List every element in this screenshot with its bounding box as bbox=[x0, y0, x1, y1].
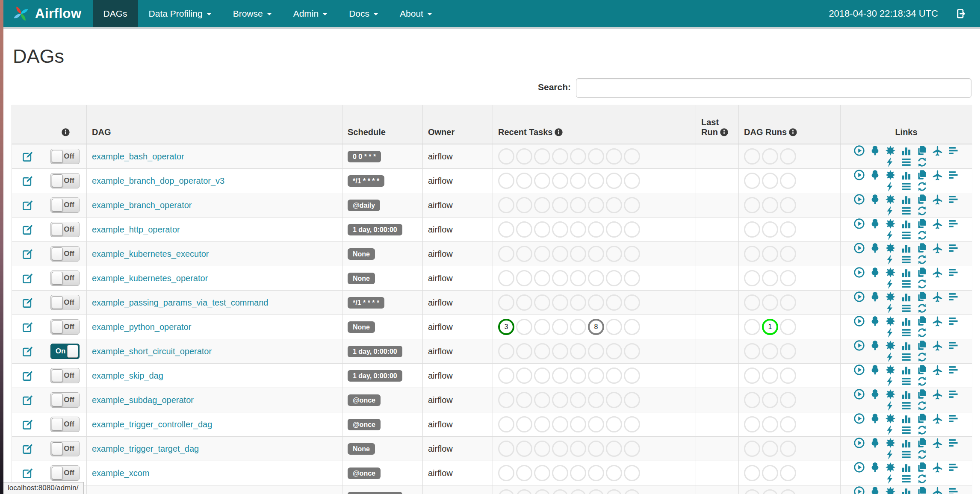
graph-view-icon[interactable] bbox=[885, 194, 896, 205]
dag-toggle[interactable]: Off bbox=[50, 173, 80, 188]
trigger-dag-icon[interactable] bbox=[853, 340, 865, 351]
task-tries-icon[interactable] bbox=[916, 413, 928, 424]
trigger-dag-icon[interactable] bbox=[853, 413, 865, 424]
dag-link[interactable]: example_trigger_target_dag bbox=[92, 444, 199, 453]
landing-times-icon[interactable] bbox=[932, 364, 943, 376]
landing-times-icon[interactable] bbox=[932, 315, 943, 327]
dag-toggle[interactable]: Off bbox=[50, 197, 80, 213]
landing-times-icon[interactable] bbox=[932, 218, 943, 229]
landing-times-icon[interactable] bbox=[932, 413, 943, 424]
refresh-icon[interactable] bbox=[916, 303, 928, 314]
refresh-icon[interactable] bbox=[916, 278, 928, 290]
refresh-icon[interactable] bbox=[916, 424, 928, 436]
tasks-duration-icon[interactable] bbox=[900, 413, 912, 424]
edit-dag-icon[interactable] bbox=[22, 175, 33, 187]
edit-dag-icon[interactable] bbox=[22, 468, 33, 479]
refresh-icon[interactable] bbox=[916, 376, 928, 387]
task-tries-icon[interactable] bbox=[916, 462, 928, 473]
edit-dag-icon[interactable] bbox=[22, 346, 33, 357]
dag-link[interactable]: example_python_operator bbox=[92, 322, 191, 332]
nav-item-docs[interactable]: Docs bbox=[338, 0, 389, 27]
gantt-view-icon[interactable] bbox=[948, 267, 959, 278]
task-tries-icon[interactable] bbox=[916, 169, 928, 181]
tasks-duration-icon[interactable] bbox=[900, 267, 912, 278]
trigger-dag-icon[interactable] bbox=[853, 364, 865, 376]
task-tries-icon[interactable] bbox=[916, 486, 928, 494]
edit-dag-icon[interactable] bbox=[22, 419, 33, 430]
code-view-icon[interactable] bbox=[885, 278, 896, 290]
logs-icon[interactable] bbox=[900, 278, 912, 290]
tasks-duration-icon[interactable] bbox=[900, 486, 912, 494]
tasks-duration-icon[interactable] bbox=[900, 291, 912, 303]
dag-toggle[interactable]: Off bbox=[50, 149, 80, 164]
dag-toggle[interactable]: Off bbox=[50, 319, 80, 335]
landing-times-icon[interactable] bbox=[932, 462, 943, 473]
tree-view-icon[interactable] bbox=[869, 169, 881, 181]
refresh-icon[interactable] bbox=[916, 229, 928, 241]
task-state-circle[interactable]: 8 bbox=[588, 319, 604, 335]
logs-icon[interactable] bbox=[900, 303, 912, 314]
tree-view-icon[interactable] bbox=[869, 413, 881, 424]
tasks-duration-icon[interactable] bbox=[900, 388, 912, 400]
tree-view-icon[interactable] bbox=[869, 388, 881, 400]
landing-times-icon[interactable] bbox=[932, 437, 943, 449]
gantt-view-icon[interactable] bbox=[948, 364, 959, 376]
tree-view-icon[interactable] bbox=[869, 437, 881, 449]
code-view-icon[interactable] bbox=[885, 400, 896, 412]
edit-dag-icon[interactable] bbox=[22, 224, 33, 235]
refresh-icon[interactable] bbox=[916, 473, 928, 485]
code-view-icon[interactable] bbox=[885, 156, 896, 168]
task-tries-icon[interactable] bbox=[916, 388, 928, 400]
graph-view-icon[interactable] bbox=[885, 364, 896, 376]
nav-item-browse[interactable]: Browse bbox=[222, 0, 283, 27]
refresh-icon[interactable] bbox=[916, 449, 928, 460]
dag-toggle[interactable]: Off bbox=[50, 465, 80, 481]
logs-icon[interactable] bbox=[900, 327, 912, 338]
gantt-view-icon[interactable] bbox=[948, 437, 959, 449]
code-view-icon[interactable] bbox=[885, 376, 896, 387]
logs-icon[interactable] bbox=[900, 229, 912, 241]
logs-icon[interactable] bbox=[900, 376, 912, 387]
graph-view-icon[interactable] bbox=[885, 413, 896, 424]
gantt-view-icon[interactable] bbox=[948, 413, 959, 424]
logs-icon[interactable] bbox=[900, 181, 912, 192]
tree-view-icon[interactable] bbox=[869, 340, 881, 351]
landing-times-icon[interactable] bbox=[932, 169, 943, 181]
landing-times-icon[interactable] bbox=[932, 291, 943, 303]
dag-toggle[interactable]: Off bbox=[50, 368, 80, 383]
task-tries-icon[interactable] bbox=[916, 364, 928, 376]
tree-view-icon[interactable] bbox=[869, 218, 881, 229]
gantt-view-icon[interactable] bbox=[948, 194, 959, 205]
task-tries-icon[interactable] bbox=[916, 242, 928, 254]
dag-toggle[interactable]: Off bbox=[50, 246, 80, 262]
graph-view-icon[interactable] bbox=[885, 340, 896, 351]
gantt-view-icon[interactable] bbox=[948, 291, 959, 303]
logs-icon[interactable] bbox=[900, 156, 912, 168]
trigger-dag-icon[interactable] bbox=[853, 218, 865, 229]
tasks-duration-icon[interactable] bbox=[900, 340, 912, 351]
nav-item-data-profiling[interactable]: Data Profiling bbox=[138, 0, 222, 27]
edit-dag-icon[interactable] bbox=[22, 248, 33, 260]
gantt-view-icon[interactable] bbox=[948, 145, 959, 156]
dag-toggle[interactable]: Off bbox=[50, 441, 80, 456]
trigger-dag-icon[interactable] bbox=[853, 145, 865, 156]
code-view-icon[interactable] bbox=[885, 229, 896, 241]
task-tries-icon[interactable] bbox=[916, 267, 928, 278]
logs-icon[interactable] bbox=[900, 205, 912, 217]
refresh-icon[interactable] bbox=[916, 327, 928, 338]
trigger-dag-icon[interactable] bbox=[853, 194, 865, 205]
logs-icon[interactable] bbox=[900, 400, 912, 412]
code-view-icon[interactable] bbox=[885, 351, 896, 363]
trigger-dag-icon[interactable] bbox=[853, 267, 865, 278]
dag-link[interactable]: example_kubernetes_executor bbox=[92, 249, 209, 259]
code-view-icon[interactable] bbox=[885, 327, 896, 338]
dag-link[interactable]: example_subdag_operator bbox=[92, 395, 194, 405]
landing-times-icon[interactable] bbox=[932, 145, 943, 156]
edit-dag-icon[interactable] bbox=[22, 273, 33, 284]
landing-times-icon[interactable] bbox=[932, 486, 943, 494]
dag-link[interactable]: example_branch_operator bbox=[92, 200, 192, 210]
dag-toggle[interactable]: Off bbox=[50, 417, 80, 432]
trigger-dag-icon[interactable] bbox=[853, 462, 865, 473]
code-view-icon[interactable] bbox=[885, 254, 896, 265]
refresh-icon[interactable] bbox=[916, 156, 928, 168]
